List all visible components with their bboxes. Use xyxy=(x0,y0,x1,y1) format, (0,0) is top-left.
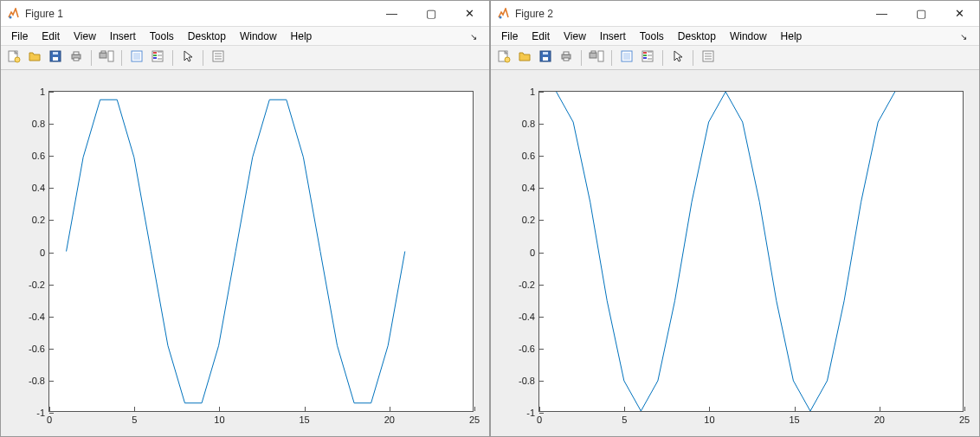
save-button[interactable] xyxy=(46,48,65,67)
maximize-button[interactable]: ▢ xyxy=(901,1,940,26)
x-tick-mark xyxy=(964,407,965,411)
menu-file[interactable]: File xyxy=(4,29,35,44)
menu-desktop[interactable]: Desktop xyxy=(181,29,233,44)
toolbar-separator xyxy=(581,50,582,66)
menu-tools[interactable]: Tools xyxy=(143,29,181,44)
menu-desktop[interactable]: Desktop xyxy=(671,29,723,44)
plot-axes[interactable]: -1-0.8-0.6-0.4-0.200.20.40.60.8105101520… xyxy=(538,91,964,412)
toolbar-separator xyxy=(203,50,203,66)
hide-tools-button[interactable] xyxy=(699,48,718,67)
svg-rect-16 xyxy=(153,55,157,56)
y-tick-label: 1 xyxy=(530,87,539,97)
save-button[interactable] xyxy=(536,48,555,67)
menu-file[interactable]: File xyxy=(494,29,525,44)
titlebar[interactable]: Figure 2 — ▢ ✕ xyxy=(491,1,979,27)
y-tick-label: 0.8 xyxy=(32,119,49,129)
x-tick-label: 15 xyxy=(789,411,799,425)
menu-view[interactable]: View xyxy=(557,29,593,44)
x-tick-label: 15 xyxy=(299,411,309,425)
print-button[interactable] xyxy=(67,48,86,67)
y-tick-label: 0 xyxy=(530,247,539,258)
svg-point-27 xyxy=(505,57,510,62)
data-cursor-icon xyxy=(620,49,634,66)
svg-point-25 xyxy=(500,16,502,18)
svg-rect-9 xyxy=(100,53,106,58)
svg-rect-4 xyxy=(53,57,58,61)
menu-edit[interactable]: Edit xyxy=(525,29,557,44)
print-icon xyxy=(559,49,573,66)
x-tick-label: 0 xyxy=(537,411,542,425)
data-cursor-button[interactable] xyxy=(617,48,636,67)
minimize-button[interactable]: — xyxy=(372,1,411,26)
menu-insert[interactable]: Insert xyxy=(593,29,633,44)
print-preview-button[interactable] xyxy=(97,48,116,67)
menu-window[interactable]: Window xyxy=(233,29,284,44)
toolbar xyxy=(1,46,489,70)
menu-help[interactable]: Help xyxy=(284,29,319,44)
data-cursor-button[interactable] xyxy=(127,48,146,67)
y-tick-label: 0.4 xyxy=(522,183,539,193)
x-tick-label: 5 xyxy=(132,411,137,425)
pointer-button[interactable] xyxy=(178,48,197,67)
y-tick-label: -0.8 xyxy=(519,376,539,386)
menu-help[interactable]: Help xyxy=(774,29,809,44)
dock-arrow-icon[interactable]: ↘ xyxy=(953,29,974,42)
matlab-logo-icon xyxy=(496,7,510,21)
titlebar[interactable]: Figure 1 — ▢ ✕ xyxy=(1,1,489,27)
menu-window[interactable]: Window xyxy=(723,29,774,44)
menu-view[interactable]: View xyxy=(67,29,103,44)
color-bar-icon xyxy=(641,49,654,66)
print-button[interactable] xyxy=(557,48,576,67)
matlab-logo-icon xyxy=(6,7,20,21)
hide-tools-icon xyxy=(211,49,225,66)
plot-axes[interactable]: -1-0.8-0.6-0.4-0.200.20.40.60.8105101520… xyxy=(48,91,474,412)
y-tick-label: -0.6 xyxy=(29,344,49,354)
color-bar-button[interactable] xyxy=(148,48,167,67)
svg-rect-42 xyxy=(643,57,647,59)
svg-rect-15 xyxy=(153,52,157,54)
toolbar-separator xyxy=(172,50,173,66)
open-button[interactable] xyxy=(515,48,534,67)
menu-edit[interactable]: Edit xyxy=(35,29,67,44)
pointer-icon xyxy=(181,49,195,66)
plot-area: -1-0.8-0.6-0.4-0.200.20.40.60.8105101520… xyxy=(1,70,489,436)
y-tick-label: -0.4 xyxy=(29,312,49,322)
close-button[interactable]: ✕ xyxy=(940,1,979,26)
x-tick-label: 20 xyxy=(384,411,395,425)
print-preview-button[interactable] xyxy=(587,48,606,67)
color-bar-icon xyxy=(151,49,164,66)
color-bar-button[interactable] xyxy=(638,48,657,67)
figure-window-2: Figure 2 — ▢ ✕ FileEditViewInsertToolsDe… xyxy=(490,0,980,437)
hide-tools-button[interactable] xyxy=(209,48,228,67)
open-button[interactable] xyxy=(25,48,44,67)
pointer-button[interactable] xyxy=(668,48,687,67)
svg-rect-17 xyxy=(153,57,157,59)
svg-point-0 xyxy=(10,16,12,18)
pointer-icon xyxy=(671,49,685,66)
data-cursor-icon xyxy=(130,49,144,66)
y-tick-label: -0.2 xyxy=(29,280,49,290)
svg-rect-13 xyxy=(133,53,140,60)
new-figure-button[interactable] xyxy=(4,48,23,67)
svg-rect-40 xyxy=(643,52,647,54)
svg-point-2 xyxy=(15,57,20,62)
y-tick-label: 0.8 xyxy=(522,119,539,129)
plot-area: -1-0.8-0.6-0.4-0.200.20.40.60.8105101520… xyxy=(491,70,979,436)
menu-insert[interactable]: Insert xyxy=(103,29,143,44)
y-tick-label: -0.4 xyxy=(519,312,539,322)
dock-arrow-icon[interactable]: ↘ xyxy=(463,29,484,42)
minimize-button[interactable]: — xyxy=(862,1,901,26)
menu-tools[interactable]: Tools xyxy=(633,29,671,44)
new-figure-button[interactable] xyxy=(494,48,513,67)
toolbar-separator xyxy=(91,50,92,66)
close-button[interactable]: ✕ xyxy=(450,1,489,26)
x-tick-label: 10 xyxy=(214,411,224,425)
open-icon xyxy=(518,49,532,66)
svg-rect-33 xyxy=(564,58,569,61)
save-icon xyxy=(48,49,62,66)
svg-rect-35 xyxy=(591,51,596,53)
maximize-button[interactable]: ▢ xyxy=(411,1,450,26)
y-tick-label: -0.2 xyxy=(519,280,539,290)
x-tick-label: 20 xyxy=(874,411,885,425)
svg-rect-7 xyxy=(74,52,79,55)
